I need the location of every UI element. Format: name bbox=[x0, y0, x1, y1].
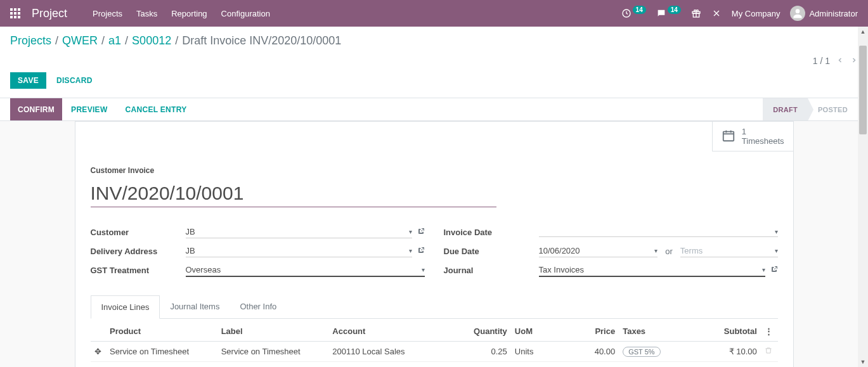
pager-prev-icon[interactable] bbox=[836, 56, 844, 66]
cancel-entry-button[interactable]: CANCEL ENTRY bbox=[117, 98, 196, 120]
chevron-down-icon: ▾ bbox=[775, 228, 778, 235]
delete-row-icon[interactable] bbox=[761, 342, 778, 362]
preview-button[interactable]: PREVIEW bbox=[62, 98, 116, 120]
svg-rect-3 bbox=[10, 12, 13, 15]
crumb-qwer[interactable]: QWER bbox=[62, 34, 98, 48]
chevron-down-icon: ▾ bbox=[654, 247, 657, 254]
cell-account[interactable]: 200110 Local Sales bbox=[328, 342, 450, 362]
vertical-scrollbar[interactable]: ▲ ▼ bbox=[858, 27, 868, 367]
discuss-icon[interactable]: 14 bbox=[656, 8, 681, 18]
cell-uom[interactable]: Units bbox=[511, 342, 559, 362]
stat-timesheets[interactable]: 1 Timesheets bbox=[712, 121, 794, 151]
pager-text: 1 / 1 bbox=[813, 56, 830, 66]
customer-field[interactable]: JB▾ bbox=[186, 226, 412, 238]
svg-rect-8 bbox=[18, 16, 20, 18]
activity-icon[interactable]: 14 bbox=[621, 8, 646, 18]
table-row[interactable]: ✥ Service on Timesheet Service on Timesh… bbox=[91, 342, 778, 362]
form-section-title: Customer Invoice bbox=[91, 166, 778, 175]
crumb-projects[interactable]: Projects bbox=[10, 34, 51, 48]
col-label: Label bbox=[217, 321, 329, 342]
chevron-down-icon: ▾ bbox=[762, 266, 765, 273]
scroll-down-icon[interactable]: ▼ bbox=[858, 357, 868, 367]
calendar-icon bbox=[722, 129, 735, 145]
svg-rect-0 bbox=[10, 8, 13, 11]
payment-terms-field[interactable]: Terms▾ bbox=[680, 245, 778, 257]
breadcrumb: Projects/ QWER/ a1/ S00012/ Draft Invoic… bbox=[10, 34, 341, 48]
svg-rect-14 bbox=[723, 131, 734, 141]
company-name[interactable]: My Company bbox=[732, 9, 781, 18]
scroll-thumb[interactable] bbox=[859, 46, 867, 134]
user-name: Administrator bbox=[809, 9, 858, 18]
chevron-down-icon: ▾ bbox=[409, 247, 412, 254]
gst-treatment-field[interactable]: Overseas▾ bbox=[186, 264, 425, 277]
due-date-field[interactable]: 10/06/2020▾ bbox=[539, 245, 658, 257]
save-button[interactable]: SAVE bbox=[10, 72, 46, 89]
col-price: Price bbox=[558, 321, 619, 342]
apps-icon[interactable] bbox=[10, 8, 20, 18]
tab-invoice-lines[interactable]: Invoice Lines bbox=[91, 295, 160, 319]
drag-handle-icon[interactable]: ✥ bbox=[91, 342, 106, 362]
crumb-current: Draft Invoice INV/2020/10/0001 bbox=[182, 34, 341, 48]
label-due-date: Due Date bbox=[444, 247, 539, 256]
nav-tasks[interactable]: Tasks bbox=[136, 9, 157, 18]
label-invoice-date: Invoice Date bbox=[444, 228, 539, 237]
label-journal: Journal bbox=[444, 266, 539, 275]
delivery-external-link-icon[interactable] bbox=[417, 247, 425, 256]
customer-external-link-icon[interactable] bbox=[417, 228, 425, 237]
cell-quantity[interactable]: 0.25 bbox=[450, 342, 511, 362]
app-brand[interactable]: Project bbox=[32, 7, 67, 20]
stat-label: Timesheets bbox=[742, 136, 784, 146]
col-taxes: Taxes bbox=[619, 321, 686, 342]
label-gst: GST Treatment bbox=[91, 266, 186, 275]
col-quantity: Quantity bbox=[450, 321, 511, 342]
columns-menu-icon[interactable]: ⋮ bbox=[761, 321, 778, 342]
pager-next-icon[interactable] bbox=[850, 56, 858, 66]
status-bar: DRAFT POSTED bbox=[763, 98, 858, 120]
col-subtotal: Subtotal bbox=[687, 321, 761, 342]
journal-field[interactable]: Tax Invoices▾ bbox=[539, 264, 765, 277]
tab-other-info[interactable]: Other Info bbox=[230, 295, 287, 319]
col-product: Product bbox=[106, 321, 217, 342]
crumb-a1[interactable]: a1 bbox=[108, 34, 121, 48]
discard-button[interactable]: DISCARD bbox=[56, 76, 93, 85]
scroll-up-icon[interactable]: ▲ bbox=[858, 27, 868, 37]
nav-configuration[interactable]: Configuration bbox=[221, 9, 270, 18]
avatar-icon bbox=[790, 6, 805, 21]
cell-taxes[interactable]: GST 5% bbox=[619, 342, 686, 362]
status-draft[interactable]: DRAFT bbox=[763, 98, 808, 120]
status-posted[interactable]: POSTED bbox=[808, 98, 858, 120]
cell-label[interactable]: Service on Timesheet bbox=[217, 342, 329, 362]
nav-reporting[interactable]: Reporting bbox=[171, 9, 207, 18]
label-customer: Customer bbox=[91, 228, 186, 237]
tab-journal-items[interactable]: Journal Items bbox=[160, 295, 230, 319]
user-menu[interactable]: Administrator bbox=[790, 6, 858, 21]
pager: 1 / 1 bbox=[813, 34, 858, 66]
tax-tag: GST 5% bbox=[623, 347, 660, 357]
col-uom: UoM bbox=[511, 321, 559, 342]
top-nav: Project Projects Tasks Reporting Configu… bbox=[0, 0, 868, 27]
svg-rect-7 bbox=[14, 16, 16, 18]
cell-price[interactable]: 40.00 bbox=[558, 342, 619, 362]
tools-icon[interactable] bbox=[711, 8, 722, 18]
svg-rect-5 bbox=[18, 12, 20, 15]
nav-projects[interactable]: Projects bbox=[93, 9, 122, 18]
col-account: Account bbox=[328, 321, 450, 342]
svg-rect-6 bbox=[10, 16, 13, 18]
delivery-address-field[interactable]: JB▾ bbox=[186, 245, 412, 257]
chevron-down-icon: ▾ bbox=[409, 228, 412, 235]
invoice-lines-table: Product Label Account Quantity UoM Price… bbox=[91, 321, 778, 367]
gift-icon[interactable] bbox=[691, 8, 701, 18]
confirm-button[interactable]: CONFIRM bbox=[10, 98, 62, 120]
nav-menu: Projects Tasks Reporting Configuration bbox=[93, 9, 270, 18]
discuss-badge: 14 bbox=[668, 6, 681, 14]
journal-external-link-icon[interactable] bbox=[770, 266, 778, 275]
crumb-order[interactable]: S00012 bbox=[132, 34, 171, 48]
invoice-name-input[interactable] bbox=[91, 179, 496, 207]
form-sheet: 1 Timesheets Customer Invoice Customer J… bbox=[75, 121, 794, 367]
invoice-date-field[interactable]: ▾ bbox=[539, 227, 778, 237]
cell-subtotal: ₹ 10.00 bbox=[687, 342, 761, 362]
svg-rect-1 bbox=[14, 8, 16, 11]
svg-rect-4 bbox=[14, 12, 16, 15]
stat-count: 1 bbox=[742, 127, 784, 136]
cell-product[interactable]: Service on Timesheet bbox=[106, 342, 217, 362]
